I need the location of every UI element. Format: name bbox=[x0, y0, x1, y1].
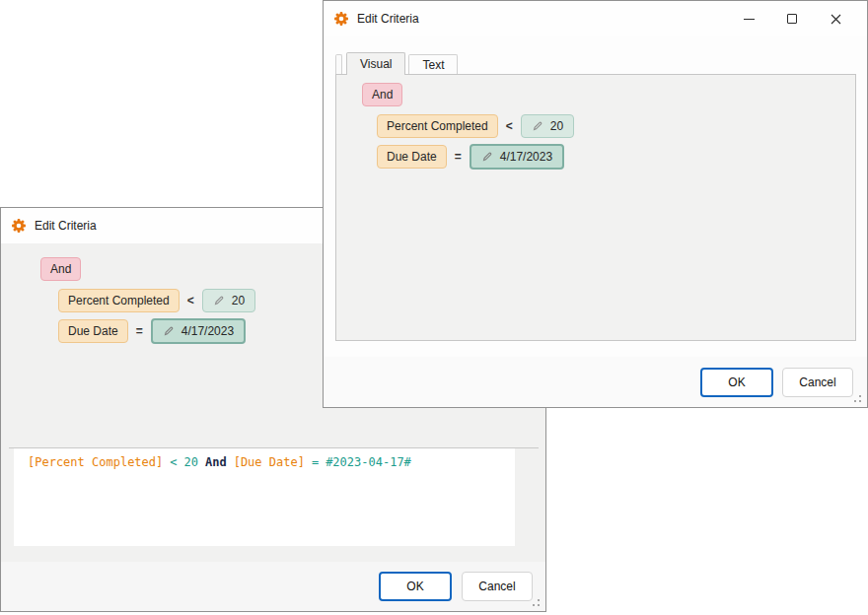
window-title: Edit Criteria bbox=[35, 219, 97, 233]
resize-grip[interactable] bbox=[532, 598, 540, 606]
criteria-row: Percent Completed < 20 bbox=[58, 289, 255, 312]
value-text: 20 bbox=[550, 119, 563, 133]
field-chip[interactable]: Percent Completed bbox=[58, 289, 180, 312]
value-text: 4/17/2023 bbox=[181, 324, 234, 338]
operator-label[interactable]: = bbox=[136, 324, 143, 338]
tab-strip: Visual Text bbox=[335, 52, 856, 74]
gear-icon bbox=[333, 11, 349, 27]
criteria-row: Due Date = 4/17/2023 bbox=[58, 318, 246, 344]
window-controls bbox=[727, 1, 867, 36]
value-text: 4/17/2023 bbox=[500, 150, 552, 164]
dialog-footer: OK Cancel bbox=[324, 357, 867, 407]
maximize-button[interactable] bbox=[770, 1, 814, 36]
criteria-row: Due Date = 4/17/2023 bbox=[377, 144, 564, 170]
close-icon bbox=[831, 14, 841, 25]
pencil-icon bbox=[481, 151, 493, 163]
expression-field-token: [Due Date] bbox=[234, 455, 305, 469]
criteria-visual-panel: And Percent Completed < 20 Due Date = 4/… bbox=[335, 74, 856, 341]
group-operator-chip[interactable]: And bbox=[362, 83, 402, 106]
operator-label[interactable]: < bbox=[506, 119, 513, 133]
cancel-button[interactable]: Cancel bbox=[462, 572, 533, 601]
minimize-button[interactable] bbox=[727, 1, 770, 36]
dialog-footer: OK Cancel bbox=[1, 562, 545, 611]
minimize-icon bbox=[744, 19, 755, 20]
expression-value-token: 20 bbox=[184, 455, 198, 469]
value-chip[interactable]: 4/17/2023 bbox=[151, 318, 246, 344]
close-button[interactable] bbox=[814, 1, 857, 36]
gear-icon bbox=[11, 218, 27, 234]
expression-operator-token: = bbox=[312, 455, 319, 469]
edit-criteria-dialog-front: Edit Criteria Visual Text And Percent Co… bbox=[323, 0, 868, 408]
ok-button[interactable]: OK bbox=[379, 572, 452, 601]
window-title: Edit Criteria bbox=[357, 12, 419, 26]
titlebar[interactable]: Edit Criteria bbox=[324, 1, 867, 36]
pencil-icon bbox=[532, 120, 543, 132]
resize-grip[interactable] bbox=[853, 394, 861, 402]
value-chip[interactable]: 20 bbox=[521, 114, 574, 138]
group-operator-chip[interactable]: And bbox=[40, 257, 81, 281]
field-chip[interactable]: Due Date bbox=[58, 319, 128, 343]
value-chip[interactable]: 4/17/2023 bbox=[470, 144, 564, 170]
operator-label[interactable]: < bbox=[187, 294, 194, 308]
field-chip[interactable]: Percent Completed bbox=[377, 114, 498, 138]
expression-operator-token: < bbox=[170, 455, 177, 469]
tab-text[interactable]: Text bbox=[408, 54, 458, 74]
tab-visual[interactable]: Visual bbox=[346, 52, 405, 75]
expression-field-token: [Percent Completed] bbox=[28, 455, 163, 469]
value-text: 20 bbox=[232, 294, 245, 308]
field-chip[interactable]: Due Date bbox=[377, 145, 447, 169]
pencil-icon bbox=[213, 295, 225, 307]
cancel-button[interactable]: Cancel bbox=[782, 368, 853, 397]
ok-button[interactable]: OK bbox=[700, 368, 773, 397]
expression-value-token: #2023-04-17# bbox=[326, 455, 411, 469]
operator-label[interactable]: = bbox=[455, 150, 462, 164]
value-chip[interactable]: 20 bbox=[202, 289, 255, 312]
criteria-row: Percent Completed < 20 bbox=[377, 114, 574, 138]
tab-strip-notch bbox=[335, 54, 342, 74]
maximize-icon bbox=[787, 14, 797, 24]
expression-text[interactable]: [Percent Completed]<20And[Due Date]=#202… bbox=[14, 448, 515, 546]
expression-keyword-token: And bbox=[205, 455, 227, 469]
pencil-icon bbox=[163, 325, 175, 337]
expression-editor[interactable]: [Percent Completed]<20And[Due Date]=#202… bbox=[9, 447, 539, 546]
